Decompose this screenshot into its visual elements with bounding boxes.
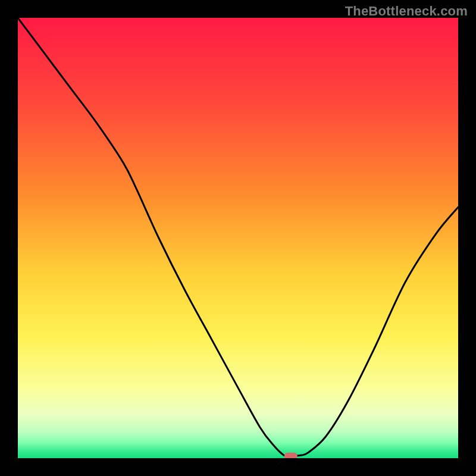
watermark-text: TheBottleneck.com bbox=[345, 4, 468, 19]
bottleneck-chart bbox=[18, 18, 458, 458]
chart-frame: TheBottleneck.com bbox=[0, 0, 476, 476]
chart-background bbox=[18, 18, 458, 458]
optimal-marker bbox=[284, 453, 298, 458]
